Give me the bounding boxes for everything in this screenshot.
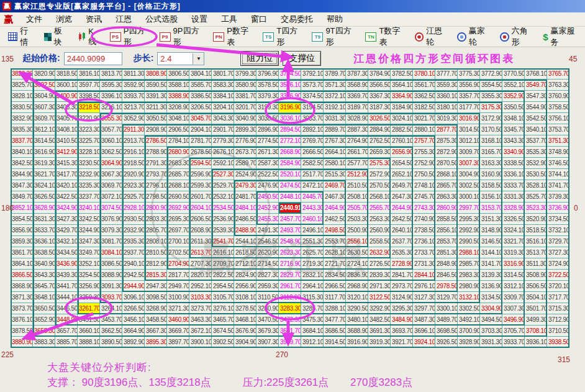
toolbar-item-hexagon[interactable]: 六角形: [496, 25, 538, 48]
grid-cell: 3592.90: [122, 80, 145, 91]
grid-cell: 2992.90: [458, 225, 480, 236]
grid-cell: 2983.30: [458, 270, 480, 281]
grid-cell: 3007.30: [458, 158, 480, 169]
grid-cell: 2565.70: [368, 203, 391, 214]
grid-cell: 3712.90: [547, 314, 569, 326]
grid-cell: 3420.10: [55, 180, 78, 191]
toolbar-item-winner-service[interactable]: $赢家服务: [538, 25, 585, 48]
grid-cell: 3290.50: [346, 303, 368, 314]
menu-item-江恩[interactable]: 江恩: [109, 14, 138, 25]
grid-cell: 3813.70: [100, 68, 122, 80]
menu-item-窗口[interactable]: 窗口: [244, 14, 274, 25]
toolbar-item-group: 行情板块K线PSP四方形P99P四方形PNP数字表TST四方形T99T四方形TN…: [4, 25, 585, 48]
grid-cell: 3208.90: [167, 102, 189, 113]
step-dropdown[interactable]: 2.4 ▼: [157, 52, 204, 65]
grid-cell: 3060.10: [100, 135, 122, 147]
grid-cell: 2796.10: [145, 180, 167, 191]
grid-highlight-cell-225: 3261.70: [78, 303, 100, 314]
grid-cell: 3583.30: [212, 80, 234, 91]
chevron-down-icon[interactable]: ▼: [193, 53, 204, 64]
grid-cell: 3559.30: [435, 80, 458, 91]
toolbar-item-p9-square[interactable]: P99P四方形: [155, 25, 209, 48]
grid-cell: 3525.70: [525, 191, 547, 203]
toolbar-item-gann-wheel[interactable]: 江恩轮: [410, 25, 453, 48]
grid-cell: 2450.50: [256, 191, 279, 203]
grid-cell: 3760.90: [547, 91, 569, 102]
grid-cell: 3156.10: [480, 191, 502, 203]
grid-cell: 3285.70: [301, 303, 324, 314]
toolbar-item-t-number-table[interactable]: TNT数字表: [361, 25, 410, 48]
t-square-icon: TS: [263, 32, 274, 42]
toolbar-item-winner-wheel[interactable]: 赢家轮: [453, 25, 496, 48]
grid-cell: 3631.30: [33, 214, 55, 225]
grid-cell: 3453.70: [100, 314, 122, 326]
toolbar-item-sectors[interactable]: 板块: [40, 25, 74, 48]
grid-cell: 3009.70: [458, 147, 480, 158]
toolbar-item-quotes[interactable]: 行情: [4, 25, 40, 48]
grid-cell: 3396.10: [100, 91, 122, 102]
grid-cell: 2587.30: [256, 158, 279, 169]
grid-cell: 3648.10: [33, 292, 55, 303]
grid-cell: 3328.90: [502, 203, 525, 214]
resistance-button[interactable]: 阻力位: [240, 51, 279, 66]
grid-cell: 3256.90: [78, 281, 100, 292]
grid-cell: 2887.30: [346, 124, 368, 135]
grid-cell: 2872.90: [435, 147, 458, 158]
grid-cell: 2551.30: [301, 236, 324, 247]
grid-cell: 2856.10: [435, 225, 458, 236]
grid-cell: 3441.70: [55, 281, 78, 292]
grid-cell: 3823.30: [11, 68, 33, 80]
grid-cell: 3199.30: [256, 102, 279, 113]
menu-item-公式选股[interactable]: 公式选股: [138, 14, 184, 25]
grid-cell: 3132.10: [458, 292, 480, 303]
grid-cell: 2556.10: [346, 236, 368, 247]
grid-cell: 2949.70: [167, 281, 189, 292]
grid-cell: 3484.90: [391, 314, 413, 326]
grid-cell: 3405.70: [55, 113, 78, 124]
grid-cell: 2500.90: [346, 225, 368, 236]
toolbar-item-kline[interactable]: K线: [73, 25, 106, 48]
menu-item-设置[interactable]: 设置: [184, 14, 214, 25]
grid-cell: 3717.70: [547, 292, 569, 303]
pressure-level-text: 压力:225度3261点: [242, 376, 329, 388]
grid-cell: 3352.90: [502, 91, 525, 102]
toolbar-item-t9-square[interactable]: T99T四方形: [307, 25, 361, 48]
toolbar-item-t-square[interactable]: TST四方形: [258, 25, 307, 48]
grid-cell: 3417.70: [55, 169, 78, 180]
grid-cell: 3748.90: [547, 147, 569, 158]
toolbar-item-p-number-table[interactable]: PNP数字表: [209, 25, 258, 48]
menu-item-文件[interactable]: 文件: [19, 14, 49, 25]
grid-cell: 2788.90: [145, 147, 167, 158]
grid-cell: 3444.10: [55, 292, 78, 303]
grid-cell: 2637.70: [391, 236, 413, 247]
grid-cell: 3804.10: [189, 68, 212, 80]
grid-cell: 3276.10: [212, 303, 234, 314]
grid-cell: 3652.90: [33, 314, 55, 326]
menu-item-资讯[interactable]: 资讯: [79, 14, 109, 25]
grid-cell: 2467.30: [324, 191, 346, 203]
grid-cell: 2868.10: [435, 169, 458, 180]
grid-cell: 3494.50: [480, 314, 502, 326]
grid-cell: 2935.30: [122, 236, 145, 247]
menu-item-交易委托[interactable]: 交易委托: [274, 14, 320, 25]
grid-cell: 3216.10: [100, 102, 122, 113]
grid-cell: 3724.90: [547, 258, 569, 270]
start-price-input[interactable]: [64, 52, 122, 65]
grid-cell: 3921.70: [391, 337, 413, 348]
grid-cell: 3271.30: [167, 303, 189, 314]
menu-item-浏览[interactable]: 浏览: [49, 14, 79, 25]
menu-item-工具[interactable]: 工具: [214, 14, 244, 25]
support-levels-text: 支撑： 90度3196点、135度3218点: [47, 376, 211, 388]
grid-cell: 3580.90: [234, 80, 256, 91]
toolbar-item-p-square[interactable]: PSP四方形: [106, 25, 155, 48]
menu-item-帮助[interactable]: 帮助: [320, 14, 350, 25]
grid-cell: 2527.30: [212, 169, 234, 180]
grid-cell: 3700.90: [458, 326, 480, 337]
grid-cell: 2738.50: [413, 225, 435, 236]
grid-cell: 3105.70: [212, 292, 234, 303]
grid-cell: 3108.10: [234, 292, 256, 303]
grid-cell: 2774.50: [256, 135, 279, 147]
grid-cell: 3554.50: [480, 80, 502, 91]
grid-cell: 3789.70: [324, 68, 346, 80]
grid-cell: 3619.30: [33, 158, 55, 169]
